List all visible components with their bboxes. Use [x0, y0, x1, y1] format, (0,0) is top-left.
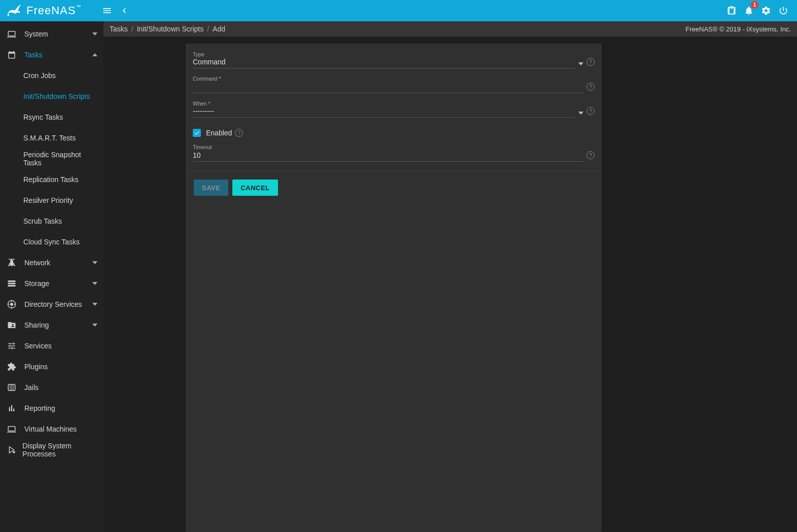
sidebar-item-network[interactable]: Network — [0, 252, 103, 273]
settings-button[interactable] — [757, 2, 775, 19]
help-icon[interactable]: ? — [586, 151, 595, 159]
help-icon — [6, 300, 24, 309]
sidebar-item-reporting[interactable]: Reporting — [0, 398, 103, 418]
help-icon[interactable]: ? — [586, 58, 595, 66]
sidebar: SystemTasksCron JobsInit/Shutdown Script… — [0, 21, 103, 532]
chevron-down-icon — [92, 324, 97, 327]
command-input[interactable] — [193, 83, 583, 91]
svg-point-6 — [13, 451, 15, 453]
sidebar-item-label: Plugins — [24, 363, 48, 371]
sidebar-item-label: Storage — [24, 279, 49, 288]
sidebar-item-label: Sharing — [24, 321, 49, 329]
chevron-down-icon — [578, 62, 583, 68]
calendar-icon — [6, 50, 24, 59]
form-card: Type Command ? Command * — [186, 44, 602, 532]
svg-point-4 — [10, 303, 13, 306]
sidebar-item-sharing[interactable]: Sharing — [0, 314, 103, 335]
sidebar-item-label: Reporting — [24, 404, 55, 412]
sidebar-item-tasks[interactable]: Tasks — [0, 44, 103, 65]
timeout-input-wrap[interactable]: Timeout — [193, 144, 583, 162]
shark-icon — [6, 4, 22, 18]
field-when: When * --------- ? — [193, 100, 595, 118]
command-label: Command * — [193, 76, 583, 82]
sidebar-item-periodic-snapshot-tasks[interactable]: Periodic Snapshot Tasks — [0, 148, 103, 169]
sidebar-item-cloud-sync-tasks[interactable]: Cloud Sync Tasks — [0, 231, 103, 252]
notification-badge: 1 — [751, 1, 758, 9]
sidebar-item-label: Directory Services — [24, 300, 82, 308]
gear-icon — [761, 6, 771, 16]
bar-chart-icon — [6, 404, 24, 413]
power-icon — [778, 6, 788, 16]
type-value: Command — [193, 58, 575, 66]
storage-icon — [6, 279, 24, 288]
field-enabled: Enabled ? — [193, 125, 595, 141]
topbar: FreeNAS™ 1 — [0, 0, 797, 21]
sidebar-item-label: Virtual Machines — [24, 425, 77, 433]
enabled-checkbox[interactable] — [193, 129, 201, 137]
laptop-icon — [6, 424, 24, 434]
breadcrumb-add[interactable]: Add — [213, 25, 225, 33]
help-icon[interactable]: ? — [586, 83, 595, 91]
command-input-wrap[interactable]: Command * — [193, 76, 583, 93]
sidebar-item-init-shutdown-scripts[interactable]: Init/Shutdown Scripts — [0, 86, 103, 107]
sidebar-item-label: System — [24, 30, 48, 38]
chevron-up-icon — [92, 53, 97, 56]
clipboard-button[interactable] — [723, 2, 740, 19]
timeout-label: Timeout — [193, 144, 583, 150]
notifications-button[interactable]: 1 — [740, 2, 757, 19]
sidebar-item-directory-services[interactable]: Directory Services — [0, 294, 103, 314]
chevron-down-icon — [92, 261, 97, 264]
processes-icon — [6, 445, 22, 454]
sidebar-item-storage[interactable]: Storage — [0, 273, 103, 294]
laptop-icon — [6, 29, 24, 39]
type-select[interactable]: Type Command — [193, 51, 575, 68]
sidebar-item-label: Services — [24, 342, 52, 350]
back-button[interactable] — [116, 2, 133, 19]
sidebar-item-label: Tasks — [24, 51, 43, 59]
folder-shared-icon — [6, 321, 24, 330]
sidebar-item-services[interactable]: Services — [0, 335, 103, 356]
breadcrumb: Tasks / Init/Shutdown Scripts / Add Free… — [103, 21, 797, 37]
sidebar-item-virtual-machines[interactable]: Virtual Machines — [0, 418, 103, 439]
when-select[interactable]: When * --------- — [193, 100, 575, 118]
cancel-button[interactable]: CANCEL — [232, 180, 278, 196]
help-icon[interactable]: ? — [586, 107, 595, 115]
check-icon — [194, 130, 200, 136]
hamburger-icon — [102, 6, 112, 16]
chevron-down-icon — [92, 32, 97, 36]
sidebar-item-scrub-tasks[interactable]: Scrub Tasks — [0, 210, 103, 231]
sidebar-item-resilver-priority[interactable]: Resilver Priority — [0, 190, 103, 210]
sidebar-item-plugins[interactable]: Plugins — [0, 356, 103, 377]
help-icon[interactable]: ? — [235, 129, 243, 137]
brand-logo[interactable]: FreeNAS™ — [6, 4, 81, 18]
save-button[interactable]: SAVE — [194, 180, 228, 196]
menu-button[interactable] — [98, 2, 116, 19]
sidebar-item-s-m-a-r-t-tests[interactable]: S.M.A.R.T. Tests — [0, 127, 103, 148]
timeout-input[interactable] — [193, 151, 583, 160]
sidebar-item-cron-jobs[interactable]: Cron Jobs — [0, 65, 103, 86]
chevron-left-icon — [119, 6, 129, 16]
sidebar-item-display-system-processes[interactable]: Display System Processes — [0, 439, 103, 460]
copyright-text: FreeNAS® © 2019 - iXsystems, Inc. — [685, 25, 791, 33]
sidebar-item-jails[interactable]: Jails — [0, 377, 103, 398]
jail-icon — [6, 383, 24, 392]
field-timeout: Timeout ? — [193, 144, 595, 162]
divider — [186, 171, 602, 171]
when-label: When * — [193, 100, 575, 107]
breadcrumb-initshutdown[interactable]: Init/Shutdown Scripts — [137, 25, 204, 33]
sidebar-item-system[interactable]: System — [0, 23, 103, 44]
extension-icon — [6, 362, 24, 371]
sidebar-item-rsync-tasks[interactable]: Rsync Tasks — [0, 107, 103, 127]
when-value: --------- — [193, 107, 575, 116]
chevron-down-icon — [92, 282, 97, 285]
sidebar-item-label: Network — [24, 259, 50, 267]
field-command: Command * ? — [193, 76, 595, 93]
sidebar-item-label: Jails — [24, 383, 39, 392]
chevron-down-icon — [578, 112, 583, 118]
sidebar-item-label: Display System Processes — [22, 442, 97, 458]
field-type: Type Command ? — [193, 51, 595, 68]
tune-icon — [6, 341, 24, 350]
sidebar-item-replication-tasks[interactable]: Replication Tasks — [0, 169, 103, 190]
breadcrumb-tasks[interactable]: Tasks — [110, 25, 128, 33]
power-button[interactable] — [775, 2, 792, 19]
